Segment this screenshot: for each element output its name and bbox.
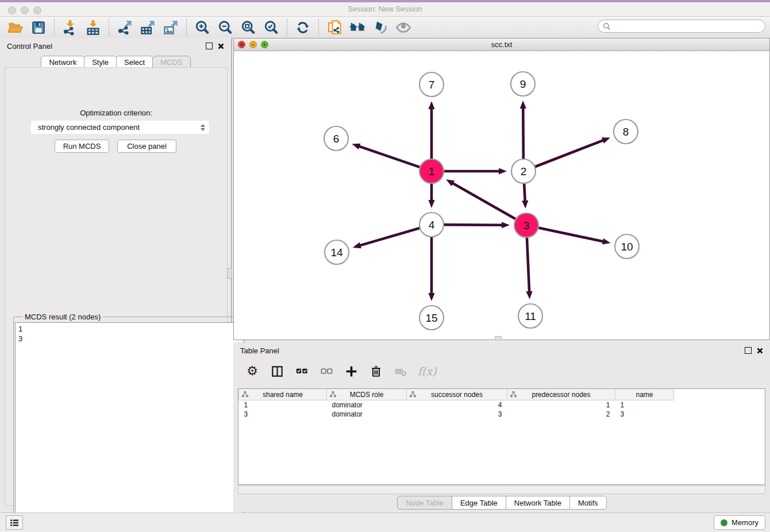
tab-edge-table[interactable]: Edge Table [452,496,506,510]
edge-3-to-10[interactable] [537,228,611,245]
node-7[interactable]: 7 [419,72,444,97]
task-history-button[interactable] [6,515,23,530]
delete-column-icon[interactable] [368,364,383,379]
memory-button[interactable]: Memory [714,515,765,530]
split-columns-icon[interactable] [270,364,284,379]
network-canvas[interactable]: 1234678910111415 [234,51,769,340]
column-header-shared-name[interactable]: shared name [239,389,327,400]
add-column-icon[interactable] [344,364,359,379]
tab-network[interactable]: Network [41,56,84,68]
node-label: 10 [621,241,633,253]
edge-1-to-6[interactable] [352,144,422,168]
node-table[interactable]: shared nameMCDS rolesuccessor nodesprede… [238,388,765,485]
edge-3-to-1[interactable] [446,179,517,220]
deselect-all-checkboxes-icon[interactable] [319,364,334,379]
export-table-icon[interactable] [138,19,157,36]
edge-4-to-3[interactable] [442,222,510,228]
node-label: 9 [520,78,526,90]
table-row[interactable]: 1dominator411 [239,400,674,410]
list-icon [10,518,19,527]
table-horizontal-scrollbar[interactable] [238,485,765,494]
import-network-icon[interactable] [61,19,79,36]
node-14[interactable]: 14 [325,240,349,264]
column-header-MCDS-role[interactable]: MCDS role [327,389,407,400]
duplicate-network-icon[interactable] [325,19,344,36]
edge-2-to-8[interactable] [533,137,610,167]
application-window: Session: New Session [0,0,770,532]
column-header-predecessor-nodes[interactable]: predecessor nodes [507,389,615,400]
node-11[interactable]: 11 [518,304,542,328]
search-input[interactable] [614,22,765,31]
table-cell[interactable]: 3 [407,410,507,419]
table-cell[interactable]: 2 [507,410,615,419]
tab-network-table[interactable]: Network Table [506,496,570,510]
panel-splitter-handle[interactable] [227,268,232,279]
edge-4-to-15[interactable] [428,235,434,301]
zoom-selected-icon[interactable] [262,19,280,36]
search-icon [603,22,611,30]
table-cell[interactable]: 3 [239,410,327,419]
table-cell[interactable]: dominator [327,410,407,419]
node-10[interactable]: 10 [615,234,639,259]
import-table-icon[interactable] [84,19,102,36]
toggle-graphics-details-icon[interactable] [371,19,390,36]
select-all-checkboxes-icon[interactable] [294,364,309,379]
node-15[interactable]: 15 [419,306,444,330]
edge-1-to-7[interactable] [428,101,434,161]
export-image-icon[interactable] [161,19,180,36]
export-network-icon[interactable] [116,19,134,36]
table-cell[interactable]: 1 [507,400,615,410]
float-table-panel-icon[interactable] [745,347,752,354]
edge-2-to-9[interactable] [520,101,526,161]
node-6[interactable]: 6 [324,126,348,151]
search-field[interactable] [598,20,765,33]
node-1[interactable]: 1 [419,159,444,183]
table-row[interactable]: 3dominator323 [239,410,674,419]
close-table-panel-icon[interactable] [757,348,763,354]
tab-node-table[interactable]: Node Table [397,496,452,510]
eye-icon[interactable] [394,19,413,36]
edge-2-to-3[interactable] [522,182,528,209]
node-label: 14 [330,246,343,259]
criterion-dropdown[interactable]: strongly connected component [31,121,209,134]
tab-mcds[interactable]: MCDS [152,56,190,68]
node-label: 15 [425,312,437,324]
open-folder-icon[interactable] [6,19,25,36]
float-panel-icon[interactable] [206,43,213,49]
zoom-in-icon[interactable] [193,19,211,36]
node-4[interactable]: 4 [419,213,444,237]
tab-style[interactable]: Style [84,56,117,68]
table-cell[interactable]: 1 [239,400,327,410]
node-label: 7 [429,79,435,91]
close-panel-button[interactable]: Close panel [117,140,176,153]
edge-1-to-2[interactable] [442,168,507,174]
table-cell[interactable]: 1 [615,400,674,410]
run-mcds-button[interactable]: Run MCDS [55,140,109,153]
refresh-icon[interactable] [294,19,312,36]
table-cell[interactable]: dominator [327,400,407,410]
network-splitter-handle[interactable] [495,336,502,341]
table-cell[interactable]: 3 [615,410,674,419]
houses-icon[interactable] [348,19,367,36]
edge-4-to-14[interactable] [353,228,422,248]
column-header-name[interactable]: name [615,389,674,400]
tab-motifs[interactable]: Motifs [569,496,607,510]
column-header-successor-nodes[interactable]: successor nodes [407,389,507,400]
edge-3-to-11[interactable] [526,236,533,299]
tab-select[interactable]: Select [116,56,153,68]
zoom-fit-icon[interactable] [239,19,257,36]
table-cell[interactable]: 4 [407,400,507,410]
save-session-icon[interactable] [29,19,48,36]
close-panel-icon[interactable] [218,43,224,49]
node-3[interactable]: 3 [514,213,538,237]
node-8[interactable]: 8 [614,119,638,144]
table-panel-title: Table Panel [240,346,279,355]
gear-icon[interactable]: ⚙ [245,364,260,379]
node-2[interactable]: 2 [511,159,536,183]
mcds-result-text[interactable]: 1 3 [15,322,244,532]
network-window-titlebar[interactable]: ✕ − + scc.txt [234,38,769,51]
zoom-out-icon[interactable] [216,19,234,36]
edge-1-to-4[interactable] [428,182,434,208]
mcds-result-title: MCDS result (2 nodes) [23,313,102,321]
node-9[interactable]: 9 [511,72,535,96]
